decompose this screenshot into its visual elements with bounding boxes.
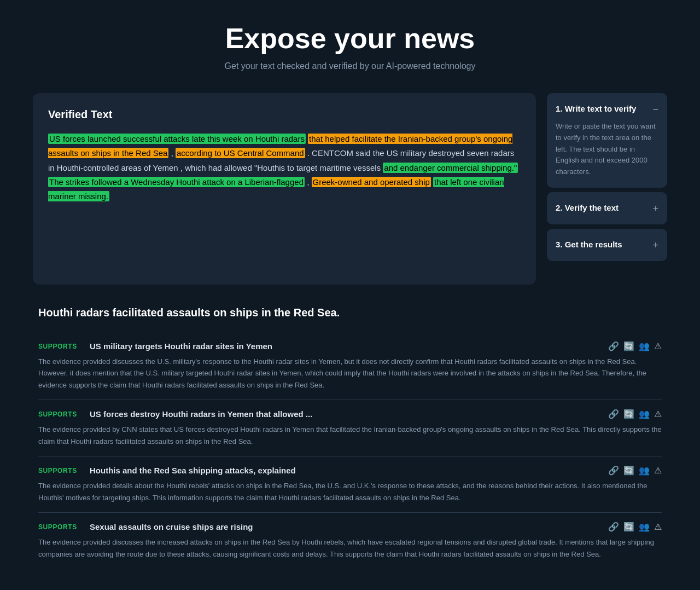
result-4-header: SUPPORTS Sexual assaults on cruise ships… [38,522,662,532]
result-2-icons: 🔗 🔄 👥 ⚠ [608,409,662,419]
warning-icon-1[interactable]: ⚠ [654,341,662,351]
page-title: Expose your news [33,22,667,55]
results-section: Houthi radars facilitated assaults on sh… [33,306,667,569]
result-1-description: The evidence provided discusses the U.S.… [38,356,662,391]
main-section: Verified Text US forces launched success… [33,93,667,285]
result-2-badge: SUPPORTS [38,410,82,418]
result-1-icons: 🔗 🔄 👥 ⚠ [608,341,662,351]
result-1-header: SUPPORTS US military targets Houthi rada… [38,341,662,351]
result-3-icons: 🔗 🔄 👥 ⚠ [608,465,662,476]
text-segment-plain-2: , [171,148,176,158]
text-segment-yellow-3: Greek-owned and operated ship [312,177,431,187]
step-1-description: Write or paste the text you want to veri… [556,121,658,178]
step-1-title: 1. Write text to verify [556,103,648,114]
result-1-title: US military targets Houthi radar sites i… [90,342,600,351]
step-2-icon: + [652,203,658,215]
link-icon-2[interactable]: 🔗 [608,409,619,419]
link-icon-4[interactable]: 🔗 [608,522,619,532]
result-2-title: US forces destroy Houthi radars in Yemen… [90,409,600,419]
results-claim: Houthi radars facilitated assaults on sh… [38,306,662,319]
person-icon-2[interactable]: 👥 [639,409,650,419]
person-icon-3[interactable]: 👥 [639,465,650,476]
result-4-icons: 🔗 🔄 👥 ⚠ [608,522,662,532]
link-icon-1[interactable]: 🔗 [608,341,619,351]
warning-icon-4[interactable]: ⚠ [654,522,662,532]
step-3-card[interactable]: 3. Get the results + [547,229,667,261]
page-header: Expose your news Get your text checked a… [33,22,667,71]
person-icon-4[interactable]: 👥 [639,522,650,532]
result-item-1: SUPPORTS US military targets Houthi rada… [38,332,662,400]
verified-text-title: Verified Text [48,108,521,121]
refresh-icon-3[interactable]: 🔄 [623,465,634,476]
text-segment-plain-5: , [307,177,311,187]
step-1-icon: − [652,104,658,115]
verified-content: US forces launched successful attacks la… [48,132,521,204]
steps-panel: 1. Write text to verify − Write or paste… [547,93,667,285]
step-1-header[interactable]: 1. Write text to verify − [556,103,658,115]
result-item-4: SUPPORTS Sexual assaults on cruise ships… [38,513,662,569]
verified-text-panel: Verified Text US forces launched success… [33,93,536,285]
result-4-description: The evidence provided discusses the incr… [38,536,662,560]
result-item-3: SUPPORTS Houthis and the Red Sea shippin… [38,456,662,513]
result-3-header: SUPPORTS Houthis and the Red Sea shippin… [38,465,662,476]
result-4-title: Sexual assaults on cruise ships are risi… [90,522,600,531]
text-segment-green-3: The strikes followed a Wednesday Houthi … [48,177,305,187]
result-3-description: The evidence provided details about the … [38,480,662,504]
step-3-icon: + [652,240,658,251]
page-subtitle: Get your text checked and verified by ou… [33,61,667,71]
result-4-badge: SUPPORTS [38,523,82,531]
result-3-badge: SUPPORTS [38,467,82,475]
result-2-header: SUPPORTS US forces destroy Houthi radars… [38,409,662,419]
refresh-icon-1[interactable]: 🔄 [623,341,634,351]
step-3-header: 3. Get the results + [556,239,658,251]
step-2-title: 2. Verify the text [556,202,648,213]
result-3-title: Houthis and the Red Sea shipping attacks… [90,466,600,475]
text-segment-yellow-2: according to US Central Command [176,148,305,158]
step-3-title: 3. Get the results [556,239,648,250]
result-1-badge: SUPPORTS [38,343,82,350]
step-1-card: 1. Write text to verify − Write or paste… [547,93,667,188]
person-icon-1[interactable]: 👥 [639,341,650,351]
refresh-icon-4[interactable]: 🔄 [623,522,634,532]
text-segment-green-2: and endanger commercial shipping." [383,163,518,173]
warning-icon-3[interactable]: ⚠ [654,465,662,476]
warning-icon-2[interactable]: ⚠ [654,409,662,419]
link-icon-3[interactable]: 🔗 [608,465,619,476]
step-2-card[interactable]: 2. Verify the text + [547,192,667,224]
step-2-header: 2. Verify the text + [556,202,658,215]
text-segment-green-1: US forces launched successful attacks la… [48,134,306,144]
result-2-description: The evidence provided by CNN states that… [38,424,662,447]
result-item-2: SUPPORTS US forces destroy Houthi radars… [38,400,662,456]
refresh-icon-2[interactable]: 🔄 [623,409,634,419]
